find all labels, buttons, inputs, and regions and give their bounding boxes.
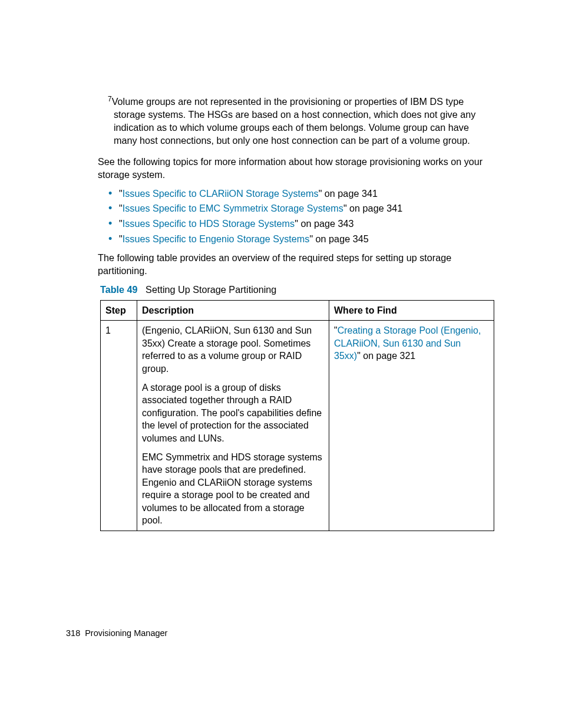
table-row: 1 (Engenio, CLARiiON, Sun 6130 and Sun 3… [101,321,494,531]
cell-step: 1 [101,321,137,531]
desc-block: EMC Symmetrix and HDS storage systems ha… [142,451,324,528]
col-description: Description [137,300,329,321]
xref-page: 341 [362,188,378,199]
desc-block: A storage pool is a group of disks assoc… [142,381,324,445]
steps-table: Step Description Where to Find 1 (Engeni… [100,300,494,532]
table-header-row: Step Description Where to Find [101,300,494,321]
list-item: "Issues Specific to HDS Storage Systems"… [106,218,494,230]
page-footer: 318Provisioning Manager [66,628,167,640]
list-item: "Issues Specific to CLARiiON Storage Sys… [106,187,494,200]
cell-where: "Creating a Storage Pool (Engenio, CLARi… [329,321,494,531]
where-suffix: " on page 321 [357,351,415,361]
xref-link-engenio[interactable]: Issues Specific to Engenio Storage Syste… [123,233,310,244]
table-title: Setting Up Storage Partitioning [146,284,276,295]
xref-list: "Issues Specific to CLARiiON Storage Sys… [106,187,494,246]
page-number: 318 [66,628,80,638]
col-where: Where to Find [329,300,494,321]
document-page: 7Volume groups are not represented in th… [0,0,562,728]
list-item: "Issues Specific to EMC Symmetrix Storag… [106,202,494,215]
xref-link-symmetrix[interactable]: Issues Specific to EMC Symmetrix Storage… [123,203,343,213]
xref-page: 341 [386,203,402,213]
xref-link-clariion[interactable]: Issues Specific to CLARiiON Storage Syst… [123,188,319,199]
footnote-marker: 7 [108,95,112,103]
intro-paragraph: The following table provides an overview… [98,252,494,278]
col-step: Step [101,300,137,321]
xref-page: 345 [353,233,369,244]
xref-page: 343 [338,218,353,229]
table-number: Table 49 [100,284,138,295]
xref-link-hds[interactable]: Issues Specific to HDS Storage Systems [123,218,295,229]
desc-block: (Engenio, CLARiiON, Sun 6130 and Sun 35x… [142,324,324,375]
footnote-text: Volume groups are not represented in the… [112,96,476,146]
footnote-7: 7Volume groups are not represented in th… [114,94,494,147]
list-item: "Issues Specific to Engenio Storage Syst… [106,233,494,246]
cell-description: (Engenio, CLARiiON, Sun 6130 and Sun 35x… [137,321,329,531]
table-caption: Table 49 Setting Up Storage Partitioning [100,284,494,297]
section-title: Provisioning Manager [85,628,167,638]
lead-paragraph: See the following topics for more inform… [98,156,494,182]
